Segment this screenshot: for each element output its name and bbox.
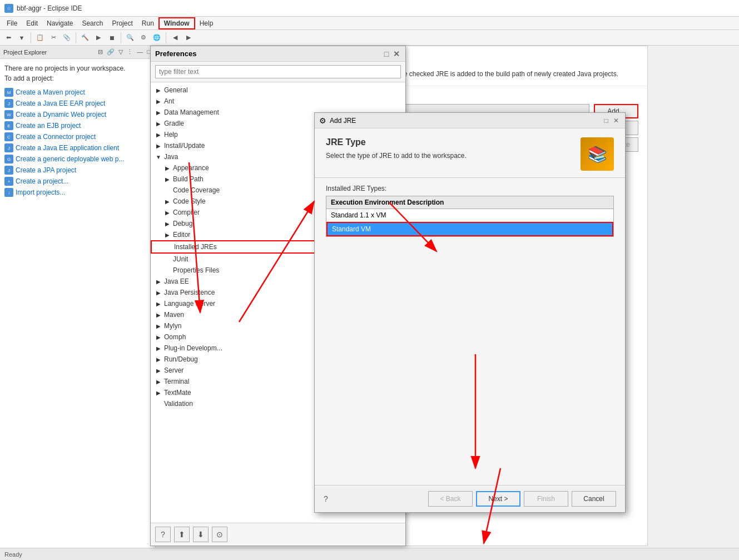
filter-icon[interactable]: ▽ <box>117 48 124 56</box>
menu-help[interactable]: Help <box>195 18 218 28</box>
link-icon-import: ↓ <box>4 188 13 197</box>
minimize-icon[interactable]: — <box>136 48 144 56</box>
toolbar-btn-12[interactable]: ◀ <box>169 32 181 44</box>
toolbar-btn-5[interactable]: 📎 <box>61 32 73 44</box>
footer-help-icon[interactable]: ? <box>324 494 328 503</box>
link-javaee-client[interactable]: J Create a Java EE application client <box>4 143 151 152</box>
explorer-info: There are no projects in your workspace.… <box>4 63 151 83</box>
project-explorer: Project Explorer ⊟ 🔗 ▽ ⋮ — □ There are n… <box>0 46 156 560</box>
menu-search[interactable]: Search <box>77 18 107 28</box>
toolbar-btn-8[interactable]: ⏹ <box>106 32 118 44</box>
toolbar-btn-7[interactable]: ▶ <box>92 32 105 44</box>
toolbar-btn-4[interactable]: ✂ <box>47 32 59 44</box>
app-icon: ☆ <box>4 4 13 13</box>
add-jre-dialog: ⚙ Add JRE □ ✕ JRE Type Select the type o… <box>314 112 626 513</box>
pref-import-btn[interactable]: ⬆ <box>174 527 190 542</box>
jre-types-table: Execution Environment Description Standa… <box>326 196 614 237</box>
link-dynamic-web[interactable]: W Create a Dynamic Web project <box>4 110 151 119</box>
main-layout: Project Explorer ⊟ 🔗 ▽ ⋮ — □ There are n… <box>0 46 739 560</box>
menu-icon[interactable]: ⋮ <box>126 48 134 56</box>
status-text: Ready <box>4 551 22 558</box>
menu-bar: File Edit Navigate Search Project Run Wi… <box>0 17 739 30</box>
toolbar-sep-2 <box>76 32 76 43</box>
menu-run[interactable]: Run <box>137 18 158 28</box>
preferences-title: Preferences <box>155 49 382 58</box>
preferences-search-area <box>151 62 405 82</box>
project-explorer-title: Project Explorer <box>3 49 97 56</box>
link-icon-maven: M <box>4 88 13 97</box>
jre-types-header: Execution Environment Description <box>326 196 613 209</box>
add-jre-footer: ? < Back Next > Finish Cancel <box>315 485 625 512</box>
title-bar: ☆ bbf-aggr - Eclipse IDE <box>0 0 739 17</box>
window-title: bbf-aggr - Eclipse IDE <box>17 4 82 12</box>
preferences-minimize[interactable]: □ <box>382 49 391 58</box>
preferences-footer-buttons: ? ⬆ ⬇ ⊙ <box>151 523 405 546</box>
collapse-icon[interactable]: ⊟ <box>97 48 104 56</box>
status-bar: Ready <box>0 548 739 560</box>
add-jre-minimize[interactable]: □ <box>602 116 611 125</box>
link-icon-ejb: E <box>4 121 13 130</box>
link-icon-web: W <box>4 110 13 119</box>
toolbar-btn-3[interactable]: 📋 <box>34 32 46 44</box>
toolbar-btn-13[interactable]: ▶ <box>182 32 195 44</box>
link-create-project[interactable]: + Create a project... <box>4 177 151 186</box>
toolbar-btn-2[interactable]: ▼ <box>16 32 28 44</box>
menu-file[interactable]: File <box>2 18 22 28</box>
toolbar-btn-11[interactable]: 🌐 <box>151 32 163 44</box>
link-icon-client: J <box>4 143 13 152</box>
panel-header-icons: ⊟ 🔗 ▽ ⋮ — □ <box>97 48 152 56</box>
toolbar-sep-4 <box>166 32 166 43</box>
add-jre-logo: 📚 <box>581 137 614 171</box>
menu-window[interactable]: Window <box>158 17 195 29</box>
tree-general[interactable]: ▶ General <box>151 85 405 96</box>
next-button[interactable]: Next > <box>476 491 520 507</box>
link-import-projects[interactable]: ↓ Import projects... <box>4 188 151 197</box>
add-jre-title: Add JRE <box>330 117 602 125</box>
link-icon-ear: J <box>4 99 13 108</box>
add-jre-icon: ⚙ <box>319 116 326 125</box>
add-jre-header: JRE Type Select the type of JRE to add t… <box>315 128 625 178</box>
toolbar-btn-6[interactable]: 🔨 <box>79 32 91 44</box>
toolbar-sep-3 <box>121 32 121 43</box>
toolbar-btn-1[interactable]: ⬅ <box>2 32 14 44</box>
back-button[interactable]: < Back <box>428 491 473 507</box>
pref-filter-input[interactable] <box>155 65 401 78</box>
menu-navigate[interactable]: Navigate <box>42 18 77 28</box>
preferences-close[interactable]: ✕ <box>392 49 401 58</box>
link-icon-deployable: G <box>4 155 13 163</box>
link-icon-connector: C <box>4 132 13 141</box>
preferences-title-bar: Preferences □ ✕ <box>151 46 405 62</box>
cancel-button[interactable]: Cancel <box>572 491 616 507</box>
link-deployable-web[interactable]: G Create a generic deployable web p... <box>4 155 151 163</box>
add-jre-header-title: JRE Type <box>326 137 467 147</box>
add-jre-close[interactable]: ✕ <box>612 116 621 125</box>
jre-type-exe-env[interactable]: Standard 1.1 x VM <box>326 209 613 222</box>
finish-button[interactable]: Finish <box>524 491 568 507</box>
toolbar-sep-1 <box>31 32 31 43</box>
project-explorer-header: Project Explorer ⊟ 🔗 ▽ ⋮ — □ <box>0 46 155 59</box>
add-jre-body: JRE Type Select the type of JRE to add t… <box>315 128 625 512</box>
link-jpa[interactable]: J Create a JPA project <box>4 166 151 175</box>
link-ejb[interactable]: E Create an EJB project <box>4 121 151 130</box>
link-icon-jpa: J <box>4 166 13 175</box>
add-jre-title-bar: ⚙ Add JRE □ ✕ <box>315 113 625 128</box>
pref-options-btn[interactable]: ⊙ <box>212 527 227 542</box>
toolbar-btn-10[interactable]: ⚙ <box>137 32 150 44</box>
menu-edit[interactable]: Edit <box>22 18 42 28</box>
tree-ant[interactable]: ▶ Ant <box>151 96 405 107</box>
toolbar: ⬅ ▼ 📋 ✂ 📎 🔨 ▶ ⏹ 🔍 ⚙ 🌐 ◀ ▶ <box>0 30 739 46</box>
link-icon[interactable]: 🔗 <box>106 48 116 56</box>
toolbar-btn-9[interactable]: 🔍 <box>124 32 136 44</box>
jre-types-label: Installed JRE Types: <box>326 185 614 192</box>
menu-project[interactable]: Project <box>107 18 137 28</box>
pref-export-btn[interactable]: ⬇ <box>193 527 209 542</box>
link-maven-project[interactable]: M Create a Maven project <box>4 88 151 97</box>
add-jre-header-desc: Select the type of JRE to add to the wor… <box>326 152 467 160</box>
jre-type-standard-vm[interactable]: Standard VM <box>326 222 613 236</box>
jre-types-col: Execution Environment Description <box>331 199 444 206</box>
link-javaee-ear[interactable]: J Create a Java EE EAR project <box>4 99 151 108</box>
link-connector[interactable]: C Create a Connector project <box>4 132 151 141</box>
add-jre-content: Installed JRE Types: Execution Environme… <box>315 178 625 485</box>
explorer-content: There are no projects in your workspace.… <box>0 59 155 204</box>
pref-help-btn[interactable]: ? <box>155 527 171 542</box>
